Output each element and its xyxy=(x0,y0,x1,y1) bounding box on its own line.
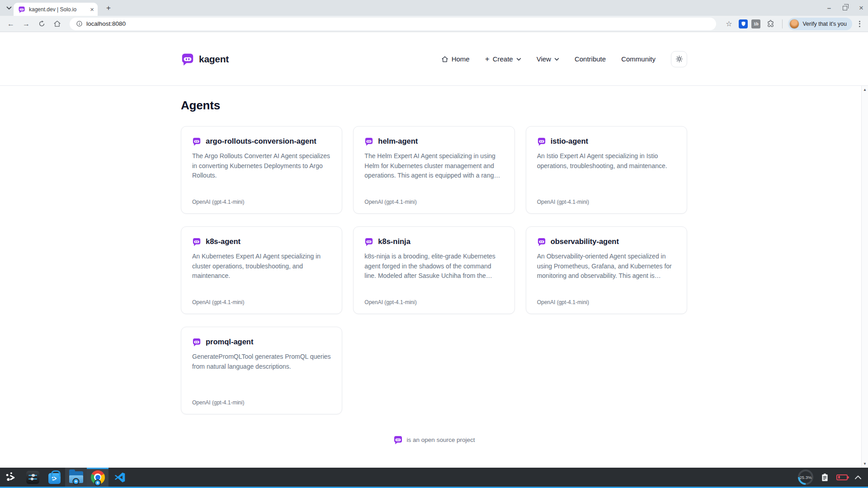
agent-description: The Argo Rollouts Converter AI Agent spe… xyxy=(192,151,331,181)
page-content: kagent Home + Create View xyxy=(0,33,868,468)
agent-description: An Istio Expert AI Agent specializing in… xyxy=(537,151,676,171)
toolbar-right: ☆ 1b Verify that it's you xyxy=(722,18,863,30)
agent-model: OpenAI (gpt-4.1-mini) xyxy=(537,199,676,205)
address-bar[interactable]: localhost:8080 xyxy=(70,18,716,30)
agent-card-k8s-agent[interactable]: k8s-agent An Kubernetes Expert AI Agent … xyxy=(181,226,342,314)
agent-model: OpenAI (gpt-4.1-mini) xyxy=(537,299,676,305)
home-icon[interactable] xyxy=(51,18,63,30)
url-text: localhost:8080 xyxy=(86,20,126,27)
agent-card-promql-agent[interactable]: promql-agent GeneratePromQLTool generate… xyxy=(181,327,342,414)
agent-card-istio-agent[interactable]: istio-agent An Istio Expert AI Agent spe… xyxy=(526,126,687,214)
agent-model: OpenAI (gpt-4.1-mini) xyxy=(192,299,331,305)
nav-item-create[interactable]: + Create xyxy=(485,55,521,63)
password-manager-extension-icon[interactable] xyxy=(739,19,748,28)
agent-card-k8s-ninja[interactable]: k8s-ninja k8s-ninja is a brooding, elite… xyxy=(353,226,514,314)
plus-badge-icon: + xyxy=(94,479,101,486)
minimize-icon[interactable]: – xyxy=(827,4,831,12)
agent-description: The Helm Expert AI Agent specializing in… xyxy=(364,151,503,181)
agent-name: argo-rollouts-conversion-agent xyxy=(206,136,316,146)
avatar xyxy=(789,19,799,29)
settings-app-icon[interactable] xyxy=(22,468,43,487)
plus-badge-icon: + xyxy=(73,478,80,485)
profile-chip[interactable]: Verify that it's you xyxy=(788,18,852,30)
taskbar: + + 25.3% xyxy=(0,468,868,488)
kagent-robot-icon xyxy=(192,137,201,146)
agent-name: k8s-agent xyxy=(206,237,241,246)
file-manager-task[interactable]: + xyxy=(65,468,87,487)
window-controls: – × xyxy=(827,0,863,16)
brand-name: kagent xyxy=(199,54,229,65)
agents-grid: argo-rollouts-conversion-agent The Argo … xyxy=(181,126,687,414)
agent-description: GeneratePromQLTool generates PromQL quer… xyxy=(192,352,331,371)
browser-tab[interactable]: kagent.dev | Solo.io × xyxy=(14,3,98,16)
kagent-robot-icon xyxy=(364,237,373,246)
bookmark-star-icon[interactable]: ☆ xyxy=(722,18,735,30)
profile-chip-label: Verify that it's you xyxy=(802,21,847,27)
reload-icon[interactable] xyxy=(35,18,48,30)
chrome-task[interactable]: + xyxy=(87,468,108,487)
extensions-puzzle-icon[interactable] xyxy=(764,18,777,30)
nav-item-view[interactable]: View xyxy=(537,55,559,63)
kagent-robot-icon xyxy=(393,435,403,445)
agents-section: Agents argo-rollouts-conversion-agent Th… xyxy=(181,86,687,445)
agent-name: istio-agent xyxy=(551,136,588,146)
new-tab-button[interactable]: + xyxy=(104,3,113,13)
agent-name: observability-agent xyxy=(551,237,619,246)
scroll-down-icon[interactable]: ▼ xyxy=(862,462,868,466)
folder-icon: + xyxy=(69,471,83,483)
theme-toggle-button[interactable] xyxy=(671,51,687,67)
site-header: kagent Home + Create View xyxy=(0,33,868,86)
kagent-robot-icon xyxy=(192,338,201,347)
forward-icon[interactable]: → xyxy=(20,18,33,30)
browser-toolbar: ← → localhost:8080 ☆ 1b Verify that it's… xyxy=(0,16,868,32)
sliders-icon xyxy=(26,471,39,484)
progress-value: 25.3% xyxy=(800,475,812,480)
agent-model: OpenAI (gpt-4.1-mini) xyxy=(364,199,503,205)
brand-logo[interactable]: kagent xyxy=(181,52,229,66)
tab-title: kagent.dev | Solo.io xyxy=(29,6,86,13)
nav-item-contribute[interactable]: Contribute xyxy=(575,55,606,63)
chevron-down-icon xyxy=(516,58,521,61)
site-info-icon[interactable] xyxy=(76,20,83,27)
app-launcher-button[interactable] xyxy=(0,468,22,487)
battery-low-icon[interactable] xyxy=(836,474,848,480)
system-tray: 25.3% xyxy=(798,468,868,487)
progress-widget[interactable]: 25.3% xyxy=(798,469,813,485)
shopping-bag-icon xyxy=(48,473,61,484)
scroll-up-icon[interactable]: ▲ xyxy=(862,88,868,92)
nav-item-home[interactable]: Home xyxy=(441,55,470,63)
tray-expand-chevron-icon[interactable] xyxy=(854,475,862,479)
agent-name: promql-agent xyxy=(206,337,253,347)
agent-description: An Kubernetes Expert AI Agent specializi… xyxy=(192,252,331,281)
agent-description: k8s-ninja is a brooding, elite-grade Kub… xyxy=(364,252,503,281)
tab-search-button[interactable] xyxy=(5,4,14,13)
kagent-robot-icon xyxy=(364,137,373,146)
home-icon xyxy=(441,56,448,63)
clipboard-icon[interactable] xyxy=(820,473,830,482)
back-icon[interactable]: ← xyxy=(5,18,17,30)
sun-icon xyxy=(675,55,683,63)
browser-menu-icon[interactable] xyxy=(856,21,863,27)
page-title: Agents xyxy=(181,99,687,113)
extension-badge-icon[interactable]: 1b xyxy=(751,19,760,28)
restore-icon[interactable] xyxy=(843,6,847,10)
agent-card-observability-agent[interactable]: observability-agent An Observability-ori… xyxy=(526,226,687,314)
kagent-robot-icon xyxy=(192,237,201,246)
kagent-robot-icon xyxy=(537,137,546,146)
footer-text: is an open source project xyxy=(407,436,475,443)
agent-name: k8s-ninja xyxy=(378,237,410,246)
vscode-task[interactable] xyxy=(108,468,130,487)
main-nav: Home + Create View Contribute xyxy=(441,51,687,67)
agent-model: OpenAI (gpt-4.1-mini) xyxy=(192,199,331,205)
nav-item-community[interactable]: Community xyxy=(621,55,656,63)
vscode-icon xyxy=(113,471,126,484)
close-icon[interactable]: × xyxy=(859,4,863,13)
site-footer: is an open source project xyxy=(181,435,687,445)
kagent-robot-icon xyxy=(181,52,194,66)
toolbar-divider xyxy=(782,19,783,28)
tab-close-icon[interactable]: × xyxy=(90,6,94,13)
discover-store-icon[interactable] xyxy=(43,468,65,487)
page-scrollbar[interactable]: ▲ ▼ xyxy=(861,86,868,468)
agent-card-helm-agent[interactable]: helm-agent The Helm Expert AI Agent spec… xyxy=(353,126,514,214)
agent-card-argo-rollouts-conversion-agent[interactable]: argo-rollouts-conversion-agent The Argo … xyxy=(181,126,342,214)
